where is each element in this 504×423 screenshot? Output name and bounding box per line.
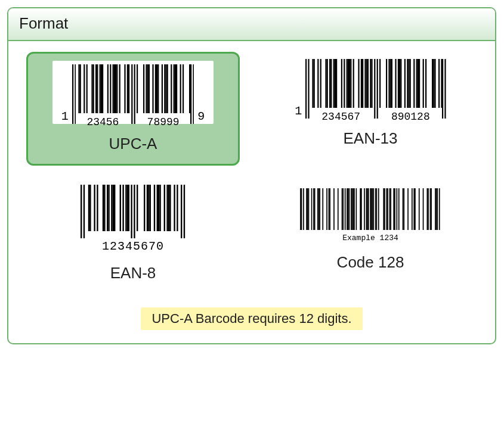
svg-rect-182 bbox=[383, 188, 384, 230]
svg-rect-205 bbox=[436, 188, 437, 230]
option-ean-8[interactable]: 12345670 EAN-8 bbox=[26, 178, 240, 293]
svg-rect-23 bbox=[131, 64, 132, 124]
svg-rect-136 bbox=[174, 185, 175, 231]
svg-rect-77 bbox=[379, 59, 381, 108]
svg-rect-75 bbox=[374, 59, 375, 119]
svg-rect-93 bbox=[418, 59, 419, 108]
svg-rect-145 bbox=[308, 188, 309, 230]
svg-rect-158 bbox=[342, 188, 343, 230]
svg-rect-165 bbox=[352, 188, 353, 230]
svg-rect-62 bbox=[347, 59, 348, 108]
barcode-bars bbox=[81, 185, 185, 238]
svg-rect-148 bbox=[314, 188, 316, 230]
svg-rect-86 bbox=[404, 59, 405, 108]
svg-rect-46 bbox=[193, 64, 194, 124]
svg-rect-17 bbox=[115, 64, 116, 113]
svg-rect-24 bbox=[134, 64, 135, 124]
svg-rect-166 bbox=[353, 188, 354, 230]
svg-rect-71 bbox=[366, 59, 367, 108]
svg-rect-162 bbox=[348, 188, 349, 230]
svg-rect-97 bbox=[433, 59, 434, 108]
svg-rect-118 bbox=[125, 185, 126, 231]
svg-rect-52 bbox=[320, 59, 321, 108]
svg-rect-122 bbox=[134, 185, 135, 238]
svg-rect-173 bbox=[367, 188, 368, 230]
svg-rect-66 bbox=[353, 59, 354, 108]
svg-rect-95 bbox=[425, 59, 426, 108]
svg-rect-194 bbox=[407, 188, 409, 230]
svg-rect-129 bbox=[157, 185, 158, 231]
svg-rect-168 bbox=[355, 188, 357, 230]
svg-rect-112 bbox=[108, 185, 109, 231]
svg-rect-108 bbox=[97, 185, 98, 231]
svg-rect-176 bbox=[371, 188, 372, 230]
svg-rect-130 bbox=[158, 185, 159, 231]
svg-rect-207 bbox=[439, 188, 440, 230]
svg-rect-68 bbox=[361, 59, 362, 108]
option-ean-13[interactable]: 1 234567890128 EAN-13 bbox=[264, 52, 477, 166]
option-upc-a[interactable]: 1 2345678999 9 UPC-A bbox=[26, 52, 240, 166]
svg-rect-20 bbox=[125, 64, 126, 113]
svg-rect-92 bbox=[417, 59, 418, 108]
svg-rect-189 bbox=[394, 188, 395, 230]
svg-rect-25 bbox=[137, 64, 138, 113]
svg-rect-181 bbox=[378, 188, 379, 230]
svg-rect-29 bbox=[148, 64, 149, 113]
svg-rect-30 bbox=[152, 64, 153, 113]
svg-rect-144 bbox=[307, 188, 308, 230]
svg-rect-13 bbox=[107, 64, 109, 113]
svg-rect-91 bbox=[416, 59, 417, 108]
barcode-row: 1 234567890128 bbox=[295, 59, 446, 119]
svg-rect-193 bbox=[403, 188, 404, 230]
svg-rect-155 bbox=[329, 188, 330, 230]
svg-rect-64 bbox=[349, 59, 350, 108]
svg-rect-73 bbox=[370, 59, 371, 108]
ean-8-digits: 12345670 bbox=[102, 240, 164, 253]
svg-rect-11 bbox=[101, 64, 102, 113]
svg-rect-195 bbox=[412, 188, 413, 230]
svg-rect-9 bbox=[97, 64, 98, 113]
svg-rect-156 bbox=[333, 188, 335, 230]
svg-rect-5 bbox=[86, 64, 88, 113]
svg-rect-183 bbox=[384, 188, 385, 230]
svg-rect-137 bbox=[177, 185, 178, 231]
svg-rect-179 bbox=[375, 188, 376, 230]
svg-rect-200 bbox=[426, 188, 428, 230]
option-label-ean-13: EAN-13 bbox=[343, 129, 397, 148]
panel-title: Format bbox=[8, 8, 495, 41]
svg-rect-171 bbox=[364, 188, 365, 230]
svg-rect-198 bbox=[419, 188, 420, 230]
barcode-code-128: Example 1234 bbox=[296, 185, 445, 242]
svg-rect-14 bbox=[110, 64, 112, 113]
svg-rect-133 bbox=[166, 185, 168, 231]
option-code-128[interactable]: Example 1234 Code 128 bbox=[264, 178, 477, 293]
svg-rect-114 bbox=[112, 185, 113, 231]
svg-rect-32 bbox=[156, 64, 157, 113]
svg-rect-180 bbox=[376, 188, 377, 230]
svg-rect-206 bbox=[437, 188, 438, 230]
barcode-ean-8: 12345670 bbox=[58, 185, 208, 253]
svg-rect-51 bbox=[317, 59, 319, 108]
svg-rect-90 bbox=[413, 59, 415, 108]
svg-rect-164 bbox=[351, 188, 352, 230]
svg-rect-159 bbox=[342, 188, 344, 230]
svg-rect-67 bbox=[358, 59, 359, 108]
svg-rect-147 bbox=[313, 188, 314, 230]
format-panel: Format 1 2345678999 9 UPC-A 1 bbox=[7, 7, 496, 344]
svg-rect-115 bbox=[114, 185, 115, 231]
svg-rect-191 bbox=[398, 188, 400, 230]
svg-rect-154 bbox=[328, 188, 329, 230]
svg-rect-34 bbox=[161, 64, 162, 113]
upc-a-trailing-digit: 9 bbox=[197, 111, 205, 124]
svg-rect-81 bbox=[391, 59, 392, 108]
svg-rect-106 bbox=[89, 185, 91, 231]
format-grid: 1 2345678999 9 UPC-A 1 234567890128 EAN-… bbox=[26, 52, 477, 293]
svg-rect-109 bbox=[102, 185, 103, 231]
svg-rect-58 bbox=[335, 59, 336, 108]
svg-rect-69 bbox=[362, 59, 363, 108]
svg-rect-128 bbox=[154, 185, 155, 231]
svg-rect-21 bbox=[127, 64, 128, 113]
svg-rect-72 bbox=[367, 59, 369, 108]
svg-rect-78 bbox=[385, 59, 386, 108]
svg-rect-111 bbox=[107, 185, 108, 231]
